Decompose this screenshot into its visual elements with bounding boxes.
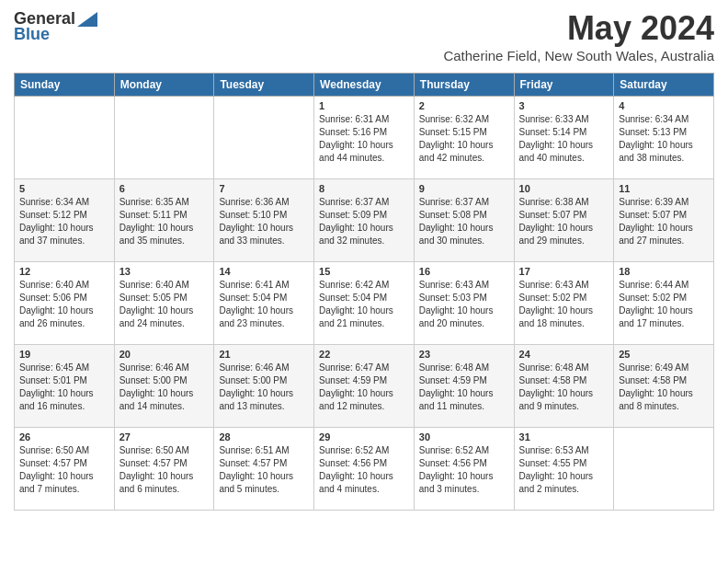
- calendar-cell: 7Sunrise: 6:36 AM Sunset: 5:10 PM Daylig…: [214, 179, 314, 262]
- day-number: 16: [419, 266, 509, 277]
- calendar-cell: 1Sunrise: 6:31 AM Sunset: 5:16 PM Daylig…: [314, 97, 415, 179]
- day-number: 13: [119, 266, 210, 277]
- day-info: Sunrise: 6:47 AM Sunset: 4:59 PM Dayligh…: [319, 362, 409, 413]
- day-number: 10: [519, 183, 609, 194]
- calendar-cell: 15Sunrise: 6:42 AM Sunset: 5:04 PM Dayli…: [314, 262, 415, 345]
- calendar-cell: 23Sunrise: 6:48 AM Sunset: 4:59 PM Dayli…: [414, 345, 514, 428]
- day-number: 19: [19, 349, 109, 360]
- calendar-cell: 3Sunrise: 6:33 AM Sunset: 5:14 PM Daylig…: [514, 97, 614, 179]
- day-number: 15: [319, 266, 409, 277]
- day-info: Sunrise: 6:50 AM Sunset: 4:57 PM Dayligh…: [19, 444, 109, 496]
- day-number: 21: [219, 349, 309, 360]
- day-info: Sunrise: 6:52 AM Sunset: 4:56 PM Dayligh…: [419, 444, 509, 496]
- calendar-cell: 19Sunrise: 6:45 AM Sunset: 5:01 PM Dayli…: [15, 345, 115, 428]
- day-number: 27: [119, 431, 210, 442]
- calendar-cell: 31Sunrise: 6:53 AM Sunset: 4:55 PM Dayli…: [514, 428, 614, 511]
- calendar-cell: 27Sunrise: 6:50 AM Sunset: 4:57 PM Dayli…: [114, 428, 214, 511]
- calendar-cell: 28Sunrise: 6:51 AM Sunset: 4:57 PM Dayli…: [214, 428, 314, 511]
- calendar-cell: 5Sunrise: 6:34 AM Sunset: 5:12 PM Daylig…: [15, 179, 115, 262]
- calendar-cell: 30Sunrise: 6:52 AM Sunset: 4:56 PM Dayli…: [414, 428, 514, 511]
- day-number: 29: [319, 431, 409, 442]
- page-header: General Blue May 2024 Catherine Field, N…: [14, 9, 714, 69]
- day-number: 12: [19, 266, 109, 277]
- day-number: 28: [219, 431, 309, 442]
- calendar-cell: 16Sunrise: 6:43 AM Sunset: 5:03 PM Dayli…: [414, 262, 514, 345]
- day-number: 11: [619, 183, 709, 194]
- day-info: Sunrise: 6:53 AM Sunset: 4:55 PM Dayligh…: [519, 444, 609, 496]
- calendar-cell: 22Sunrise: 6:47 AM Sunset: 4:59 PM Dayli…: [314, 345, 415, 428]
- day-info: Sunrise: 6:34 AM Sunset: 5:13 PM Dayligh…: [619, 113, 709, 165]
- day-info: Sunrise: 6:34 AM Sunset: 5:12 PM Dayligh…: [19, 196, 109, 247]
- calendar-cell: [214, 97, 314, 179]
- calendar-body: 1Sunrise: 6:31 AM Sunset: 5:16 PM Daylig…: [15, 97, 714, 511]
- day-number: 8: [319, 183, 409, 194]
- calendar-cell: 25Sunrise: 6:49 AM Sunset: 4:58 PM Dayli…: [614, 345, 714, 428]
- day-info: Sunrise: 6:48 AM Sunset: 4:59 PM Dayligh…: [419, 362, 509, 413]
- calendar-cell: 8Sunrise: 6:37 AM Sunset: 5:09 PM Daylig…: [314, 179, 415, 262]
- day-info: Sunrise: 6:33 AM Sunset: 5:14 PM Dayligh…: [519, 113, 609, 165]
- day-header-saturday: Saturday: [614, 74, 714, 97]
- day-number: 3: [519, 100, 609, 111]
- day-number: 23: [419, 349, 509, 360]
- day-info: Sunrise: 6:46 AM Sunset: 5:00 PM Dayligh…: [219, 362, 309, 413]
- calendar-week-3: 12Sunrise: 6:40 AM Sunset: 5:06 PM Dayli…: [15, 262, 714, 345]
- logo: General Blue: [14, 9, 97, 44]
- day-number: 1: [319, 100, 409, 111]
- month-title: May 2024: [443, 9, 714, 48]
- calendar-cell: [114, 97, 214, 179]
- day-number: 9: [419, 183, 509, 194]
- calendar-header: SundayMondayTuesdayWednesdayThursdayFrid…: [15, 74, 714, 97]
- day-info: Sunrise: 6:43 AM Sunset: 5:03 PM Dayligh…: [419, 279, 509, 330]
- calendar-cell: 10Sunrise: 6:38 AM Sunset: 5:07 PM Dayli…: [514, 179, 614, 262]
- calendar-cell: [15, 97, 115, 179]
- day-info: Sunrise: 6:51 AM Sunset: 4:57 PM Dayligh…: [219, 444, 309, 496]
- day-info: Sunrise: 6:39 AM Sunset: 5:07 PM Dayligh…: [619, 196, 709, 247]
- calendar-cell: 12Sunrise: 6:40 AM Sunset: 5:06 PM Dayli…: [15, 262, 115, 345]
- day-info: Sunrise: 6:46 AM Sunset: 5:00 PM Dayligh…: [119, 362, 210, 413]
- day-number: 26: [19, 431, 109, 442]
- day-header-monday: Monday: [114, 74, 214, 97]
- calendar-cell: 26Sunrise: 6:50 AM Sunset: 4:57 PM Dayli…: [15, 428, 115, 511]
- day-number: 6: [119, 183, 210, 194]
- day-number: 30: [419, 431, 509, 442]
- logo-icon: [77, 12, 97, 27]
- day-info: Sunrise: 6:41 AM Sunset: 5:04 PM Dayligh…: [219, 279, 309, 330]
- location-subtitle: Catherine Field, New South Wales, Austra…: [443, 48, 714, 63]
- calendar-cell: 4Sunrise: 6:34 AM Sunset: 5:13 PM Daylig…: [614, 97, 714, 179]
- day-info: Sunrise: 6:32 AM Sunset: 5:15 PM Dayligh…: [419, 113, 509, 165]
- day-info: Sunrise: 6:40 AM Sunset: 5:06 PM Dayligh…: [19, 279, 109, 330]
- calendar-table: SundayMondayTuesdayWednesdayThursdayFrid…: [14, 73, 714, 511]
- calendar-week-4: 19Sunrise: 6:45 AM Sunset: 5:01 PM Dayli…: [15, 345, 714, 428]
- logo-blue: Blue: [14, 25, 50, 44]
- day-info: Sunrise: 6:44 AM Sunset: 5:02 PM Dayligh…: [619, 279, 709, 330]
- calendar-week-2: 5Sunrise: 6:34 AM Sunset: 5:12 PM Daylig…: [15, 179, 714, 262]
- day-number: 14: [219, 266, 309, 277]
- day-header-sunday: Sunday: [15, 74, 115, 97]
- day-header-tuesday: Tuesday: [214, 74, 314, 97]
- day-number: 2: [419, 100, 509, 111]
- day-info: Sunrise: 6:49 AM Sunset: 4:58 PM Dayligh…: [619, 362, 709, 413]
- day-number: 20: [119, 349, 210, 360]
- day-info: Sunrise: 6:40 AM Sunset: 5:05 PM Dayligh…: [119, 279, 210, 330]
- day-number: 25: [619, 349, 709, 360]
- calendar-cell: 21Sunrise: 6:46 AM Sunset: 5:00 PM Dayli…: [214, 345, 314, 428]
- calendar-cell: 29Sunrise: 6:52 AM Sunset: 4:56 PM Dayli…: [314, 428, 415, 511]
- calendar-week-5: 26Sunrise: 6:50 AM Sunset: 4:57 PM Dayli…: [15, 428, 714, 511]
- day-info: Sunrise: 6:48 AM Sunset: 4:58 PM Dayligh…: [519, 362, 609, 413]
- svg-marker-0: [77, 12, 97, 27]
- calendar-cell: 14Sunrise: 6:41 AM Sunset: 5:04 PM Dayli…: [214, 262, 314, 345]
- day-header-wednesday: Wednesday: [314, 74, 415, 97]
- day-number: 24: [519, 349, 609, 360]
- calendar-cell: 6Sunrise: 6:35 AM Sunset: 5:11 PM Daylig…: [114, 179, 214, 262]
- day-number: 5: [19, 183, 109, 194]
- calendar-cell: 18Sunrise: 6:44 AM Sunset: 5:02 PM Dayli…: [614, 262, 714, 345]
- day-number: 31: [519, 431, 609, 442]
- calendar-cell: 17Sunrise: 6:43 AM Sunset: 5:02 PM Dayli…: [514, 262, 614, 345]
- day-info: Sunrise: 6:31 AM Sunset: 5:16 PM Dayligh…: [319, 113, 409, 165]
- calendar-week-1: 1Sunrise: 6:31 AM Sunset: 5:16 PM Daylig…: [15, 97, 714, 179]
- day-number: 7: [219, 183, 309, 194]
- day-header-friday: Friday: [514, 74, 614, 97]
- calendar-cell: [614, 428, 714, 511]
- day-info: Sunrise: 6:36 AM Sunset: 5:10 PM Dayligh…: [219, 196, 309, 247]
- day-info: Sunrise: 6:42 AM Sunset: 5:04 PM Dayligh…: [319, 279, 409, 330]
